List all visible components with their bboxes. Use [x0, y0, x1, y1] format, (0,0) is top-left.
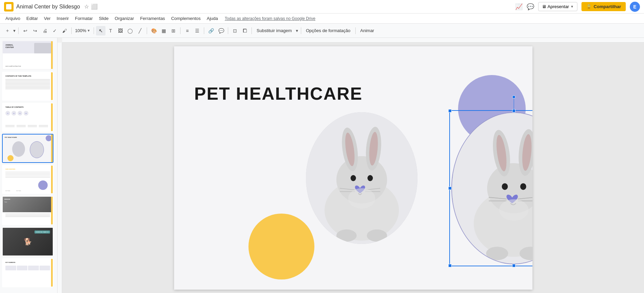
slide-5-wrapper: 5 OUR CENTERS KITTEN KITTEN: [2, 165, 55, 194]
add-dropdown-arrow[interactable]: ▼: [13, 29, 16, 33]
slides-panel: 1 ANIMALCENTER some small text lines her…: [0, 38, 57, 293]
slide-thumbnail-6[interactable]: MISSION Vision: [2, 196, 53, 225]
separator-7: [228, 27, 228, 34]
canvas-wrapper: PET HEALTHCARE: [57, 38, 644, 293]
rabbit-image-1[interactable]: [306, 112, 418, 244]
separator-8: [252, 27, 252, 34]
layout-button[interactable]: ▦: [159, 26, 168, 35]
separator-4: [147, 27, 147, 34]
slide-title[interactable]: PET HEALTHCARE: [194, 83, 363, 104]
slide-thumbnail-3[interactable]: TABLE OF CONTENTS 01 02 03 04: [2, 103, 53, 132]
share-button[interactable]: 🔒 Compartilhar: [581, 2, 626, 11]
save-status: Todas as alterações foram salvas no Goog…: [225, 16, 315, 21]
toolbar-group-more: ⊡ ⧠: [230, 26, 249, 35]
menu-slide[interactable]: Slide: [96, 15, 111, 22]
svg-point-14: [367, 229, 387, 242]
link-button[interactable]: 🔗: [206, 26, 216, 35]
app-icon[interactable]: [4, 2, 14, 11]
main-area: 1 ANIMALCENTER some small text lines her…: [0, 38, 644, 293]
comment-button[interactable]: 💬: [216, 26, 226, 35]
toolbar-group-add: ＋ ▼: [3, 26, 16, 35]
slide-6-wrapper: 6 MISSION Vision: [2, 196, 55, 225]
slide-thumbnail-2[interactable]: CONTENTS OF THIS TEMPLATE: [2, 72, 53, 101]
undo-button[interactable]: ↩: [21, 26, 30, 35]
svg-point-15: [348, 188, 375, 209]
separator-3: [94, 27, 94, 34]
slide-thumbnail-5[interactable]: OUR CENTERS KITTEN KITTEN: [2, 165, 53, 194]
canvas-row: PET HEALTHCARE: [57, 43, 644, 293]
print-button[interactable]: 🖨: [40, 26, 50, 35]
toolbar-group-history: ↩ ↪ 🖨 ✓ 🖌: [21, 26, 69, 35]
zoom-dropdown[interactable]: 100% ▼: [74, 27, 92, 34]
menu-ajuda[interactable]: Ajuda: [204, 15, 221, 22]
separator-10: [355, 27, 356, 34]
svg-point-8: [367, 175, 373, 181]
replace-image-button[interactable]: Substituir imagem: [254, 27, 294, 34]
top-bar: Animal Center by Slidesgo ☆ ⬜ 📈 💬 🖥 Apre…: [0, 0, 644, 14]
slide-thumbnail-1[interactable]: ANIMALCENTER some small text lines here: [2, 41, 53, 70]
menu-arquivo[interactable]: Arquivo: [3, 15, 23, 22]
redo-button[interactable]: ↪: [30, 26, 40, 35]
menu-editar[interactable]: Editar: [24, 15, 41, 22]
add-button[interactable]: ＋: [3, 26, 12, 35]
handle-bottom-left[interactable]: [448, 264, 452, 267]
present-button[interactable]: 🖥 Apresentar ▼: [538, 2, 578, 11]
chat-icon[interactable]: 💬: [527, 3, 534, 10]
analytics-icon[interactable]: 📈: [515, 3, 523, 10]
menu-bar: Arquivo Editar Ver Inserir Formatar Slid…: [0, 14, 644, 24]
drive-icon[interactable]: ⬜: [91, 3, 98, 10]
paint-format-button[interactable]: 🖌: [60, 26, 69, 35]
title-icons: ☆ ⬜: [84, 3, 98, 10]
slide-canvas[interactable]: PET HEALTHCARE: [174, 46, 532, 290]
slide-thumbnail-8[interactable]: KEY NUMBERS: [2, 258, 53, 287]
separator-5: [180, 27, 181, 34]
spellcheck-button[interactable]: ✓: [50, 26, 59, 35]
menu-ferramentas[interactable]: Ferramentas: [137, 15, 168, 22]
menu-ver[interactable]: Ver: [41, 15, 53, 22]
line-button[interactable]: ╱: [135, 26, 145, 35]
slide-3-wrapper: 3 TABLE OF CONTENTS 01 02 03 04: [2, 103, 55, 132]
menu-complementos[interactable]: Complementos: [168, 15, 203, 22]
toolbar-group-tools: ↖ T 🖼 ◯ ╱: [96, 26, 145, 35]
user-avatar[interactable]: E: [630, 2, 640, 12]
handle-middle-left[interactable]: [448, 187, 452, 190]
textbox-button[interactable]: T: [106, 26, 115, 35]
mask-button[interactable]: ⧠: [240, 26, 249, 35]
animate-button[interactable]: Animar: [358, 27, 377, 34]
shape-button[interactable]: ◯: [125, 26, 135, 35]
separator-1: [18, 27, 19, 34]
slide-2-wrapper: 2 CONTENTS OF THIS TEMPLATE: [2, 72, 55, 101]
ruler-horizontal: [62, 38, 644, 43]
canvas-scroll-area[interactable]: PET HEALTHCARE: [62, 43, 644, 293]
yellow-decorative-shape[interactable]: [248, 214, 314, 279]
svg-point-7: [351, 175, 356, 181]
align-left-button[interactable]: ≡: [183, 26, 192, 35]
toolbar-group-format: 🎨 ▦ ⊞: [149, 26, 178, 35]
separator-6: [204, 27, 204, 34]
slide-1-wrapper: 1 ANIMALCENTER some small text lines her…: [2, 41, 55, 70]
separator-9: [301, 27, 301, 34]
theme-button[interactable]: ⊞: [169, 26, 178, 35]
present-dropdown-arrow[interactable]: ▼: [570, 5, 574, 8]
handle-top-left[interactable]: [448, 109, 452, 113]
crop-button[interactable]: ⊡: [230, 26, 240, 35]
background-button[interactable]: 🎨: [149, 26, 159, 35]
menu-organizar[interactable]: Organizar: [112, 15, 137, 22]
image-button[interactable]: 🖼: [116, 26, 125, 35]
lock-icon: 🔒: [586, 4, 592, 9]
slide-thumbnail-7[interactable]: 🐕 SOMEONE FAMOUS: [2, 227, 53, 256]
align-center-button[interactable]: ☰: [192, 26, 202, 35]
menu-inserir[interactable]: Inserir: [54, 15, 72, 22]
separator-2: [71, 27, 72, 34]
replace-image-arrow[interactable]: ▼: [295, 29, 299, 33]
handle-bottom-center[interactable]: [512, 264, 516, 267]
rabbit-image-2-container[interactable]: [451, 112, 532, 264]
ruler-vertical: [57, 43, 62, 293]
menu-formatar[interactable]: Formatar: [72, 15, 96, 22]
document-title[interactable]: Animal Center by Slidesgo: [16, 4, 80, 10]
cursor-button[interactable]: ↖: [96, 26, 105, 35]
star-icon[interactable]: ☆: [84, 3, 89, 10]
format-options-button[interactable]: Opções de formatação: [303, 27, 353, 34]
svg-point-13: [336, 229, 357, 242]
slide-thumbnail-4[interactable]: PET HEALTHCARE: [2, 134, 53, 163]
